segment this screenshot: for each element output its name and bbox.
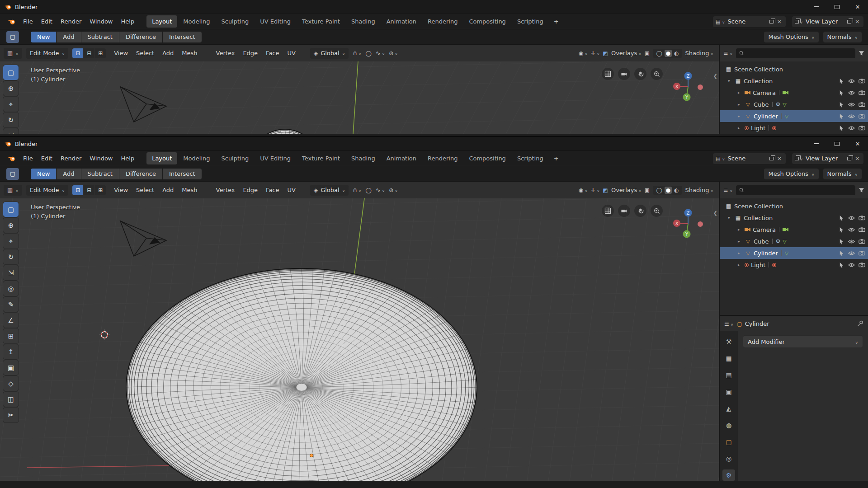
edge-select-mode-button[interactable]: ⊟ [84, 185, 94, 195]
workspace-tab[interactable]: Shading [346, 15, 381, 28]
expand-caret-icon[interactable] [738, 263, 742, 267]
maximize-button[interactable] [826, 137, 847, 150]
selectable-icon[interactable] [839, 113, 844, 119]
loop-cut-tool-button[interactable]: ◫ [3, 392, 19, 407]
scale-tool-button[interactable]: ⇲ [3, 265, 19, 280]
workspace-tab[interactable]: Scripting [512, 15, 549, 28]
collection-row[interactable]: Collection [720, 75, 868, 87]
filter-funnel-icon[interactable] [859, 51, 864, 56]
snap-toggle-button[interactable] [353, 187, 361, 193]
blender-app-menu-button[interactable] [5, 16, 18, 28]
extrude-region-tool-button[interactable]: ↥ [3, 344, 19, 359]
3d-viewport[interactable]: User Perspective (1) Cylinder ▢⊕⌖↻⇲◎✎∠⊞↥… [0, 198, 719, 481]
menu-item[interactable]: Edge [239, 48, 262, 58]
outliner-display-dropdown[interactable] [723, 187, 733, 193]
editor-type-button[interactable] [4, 48, 22, 59]
hide-eye-icon[interactable] [848, 102, 855, 107]
selectable-icon[interactable] [839, 250, 844, 256]
snap-options-dropdown[interactable] [389, 50, 398, 56]
workspace-tab[interactable]: Layout [146, 15, 177, 28]
new-scene-icon[interactable] [769, 20, 774, 23]
camera-view-icon[interactable] [618, 205, 630, 217]
properties-tab-physics[interactable]: ◎ [722, 453, 735, 464]
menu-item[interactable]: Edit [37, 153, 57, 164]
knife-tool-button[interactable]: ✂ [3, 408, 19, 422]
mesh-options-dropdown[interactable]: Mesh Options [764, 169, 818, 179]
render-visibility-icon[interactable] [859, 227, 865, 232]
expand-caret-icon[interactable] [728, 79, 732, 83]
maximize-button[interactable] [826, 0, 847, 14]
outliner-row-light[interactable]: Light [720, 259, 868, 271]
annotate-tool-button[interactable]: ✎ [3, 297, 19, 312]
hide-eye-icon[interactable] [848, 239, 855, 244]
solid-shading-button[interactable]: ● [665, 50, 672, 57]
selectable-icon[interactable] [839, 125, 844, 131]
outliner-row-cylinder[interactable]: Cylinder [720, 110, 868, 122]
menu-item[interactable]: View [110, 185, 132, 195]
overlays-dropdown[interactable]: Overlays [611, 187, 642, 193]
material-shading-button[interactable]: ◐ [673, 187, 680, 194]
face-select-mode-button[interactable]: ⊞ [95, 185, 106, 195]
selectable-icon[interactable] [839, 239, 844, 244]
selectable-icon[interactable] [839, 78, 844, 84]
menu-item[interactable]: Add [158, 185, 178, 195]
menu-item[interactable]: UV [283, 48, 300, 58]
show-object-types-dropdown[interactable] [579, 50, 588, 56]
menu-item[interactable]: UV [283, 185, 300, 195]
gizmos-dropdown[interactable] [591, 187, 600, 193]
selectable-icon[interactable] [839, 102, 844, 108]
close-button[interactable]: ✕ [847, 0, 868, 14]
editor-type-button[interactable] [4, 185, 22, 196]
rotate-tool-button[interactable]: ↻ [3, 249, 19, 264]
render-visibility-icon[interactable] [859, 78, 865, 84]
boolean-option-button[interactable]: Subtract [81, 169, 119, 179]
render-visibility-icon[interactable] [859, 250, 865, 256]
menu-item[interactable]: File [19, 16, 37, 27]
render-visibility-icon[interactable] [859, 113, 865, 119]
xray-toggle[interactable] [645, 50, 650, 56]
workspace-tab[interactable]: Scripting [512, 152, 549, 164]
remove-view-layer-icon[interactable]: × [854, 155, 861, 162]
hide-eye-icon[interactable] [848, 227, 855, 232]
menu-item[interactable]: Mesh [178, 185, 201, 195]
rotate-tool-button[interactable]: ↻ [3, 113, 19, 127]
bevel-tool-button[interactable]: ◇ [3, 376, 19, 391]
mode-dropdown[interactable]: Edit Mode [26, 185, 68, 196]
wireframe-shading-button[interactable]: ◯ [655, 50, 663, 57]
add-cube-tool-button[interactable]: ⊞ [3, 328, 19, 343]
outliner-search[interactable] [736, 185, 856, 195]
3d-viewport[interactable]: User Perspective (1) Cylinder ▢⊕⌖↻⇲◎✎∠⊞↥… [0, 61, 719, 134]
hide-eye-icon[interactable] [848, 79, 855, 84]
toggle-ortho-icon[interactable] [602, 205, 614, 217]
workspace-tab[interactable]: Layout [146, 152, 177, 164]
properties-tab-object[interactable]: ▢ [722, 436, 735, 447]
boolean-option-button[interactable]: New [31, 169, 56, 179]
menu-item[interactable]: View [110, 48, 132, 58]
properties-tab-scene[interactable]: ◭ [722, 403, 735, 414]
workspace-tab[interactable]: Animation [381, 15, 422, 28]
outliner-display-dropdown[interactable] [723, 50, 733, 56]
render-visibility-icon[interactable] [859, 262, 865, 267]
gizmos-dropdown[interactable] [591, 50, 600, 56]
mesh-options-dropdown[interactable]: Mesh Options [764, 32, 818, 42]
workspace-tab[interactable]: Modeling [178, 15, 215, 28]
shading-dropdown[interactable]: Shading [685, 50, 713, 56]
new-scene-icon[interactable] [769, 157, 774, 160]
cursor-tool-button[interactable]: ⊕ [3, 81, 19, 96]
properties-tab-output[interactable]: ▤ [722, 369, 735, 380]
minimize-button[interactable] [806, 137, 826, 150]
vertex-select-mode-button[interactable]: ⊡ [72, 185, 83, 195]
render-visibility-icon[interactable] [859, 215, 865, 221]
render-visibility-icon[interactable] [859, 125, 865, 131]
falloff-dropdown[interactable] [376, 50, 385, 56]
menu-item[interactable]: Edit [37, 16, 57, 27]
selectable-icon[interactable] [839, 262, 844, 268]
overlays-toggle[interactable] [603, 50, 608, 56]
outliner-search-input[interactable] [746, 187, 852, 193]
move-tool-button[interactable]: ⌖ [3, 234, 19, 249]
menu-item[interactable]: Window [85, 16, 117, 27]
new-view-layer-icon[interactable] [847, 157, 851, 160]
view-layer-selector[interactable]: View Layer × [792, 16, 864, 27]
properties-editor-dropdown[interactable] [724, 320, 733, 327]
orientation-dropdown[interactable]: Global [310, 48, 349, 59]
